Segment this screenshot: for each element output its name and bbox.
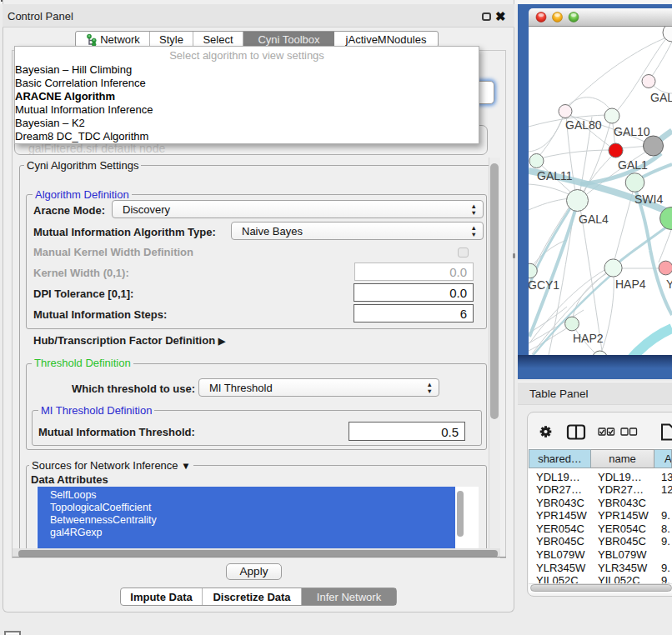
svg-text:GCY1: GCY1 xyxy=(529,278,559,292)
svg-text:HAP2: HAP2 xyxy=(573,332,604,345)
svg-text:GAL1: GAL1 xyxy=(618,158,648,172)
svg-text:SWI4: SWI4 xyxy=(634,192,663,206)
svg-text:HAP4: HAP4 xyxy=(615,278,646,291)
svg-text:GAL4: GAL4 xyxy=(579,212,609,226)
svg-text:GAL80: GAL80 xyxy=(565,118,602,132)
svg-text:YJ: YJ xyxy=(666,278,672,291)
svg-text:GAL7: GAL7 xyxy=(650,91,672,104)
svg-text:GAL11: GAL11 xyxy=(537,169,573,182)
svg-text:GAL10: GAL10 xyxy=(614,125,650,138)
